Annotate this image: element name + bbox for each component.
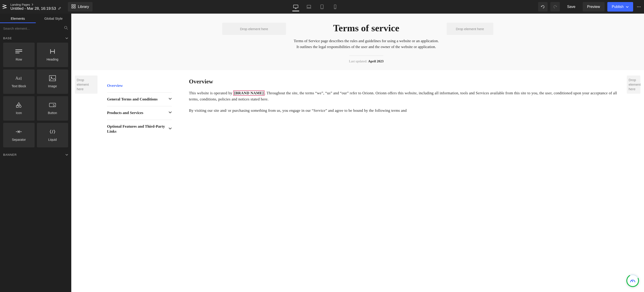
group-banner: BANNER (0, 150, 71, 159)
toc-products-services[interactable]: Products and Services (107, 106, 172, 120)
chevron-down-icon (66, 37, 68, 40)
device-desktop[interactable] (293, 0, 299, 14)
search-wrap (0, 23, 71, 34)
svg-rect-5 (307, 5, 311, 8)
device-mobile[interactable] (332, 0, 338, 14)
element-heading-label: Heading (46, 58, 58, 61)
hero-divider (350, 56, 383, 56)
element-liquid[interactable]: Liquid (37, 123, 68, 147)
element-text-block[interactable]: Aa Text Block (3, 69, 34, 94)
preview-label: Preview (587, 5, 600, 9)
publish-label: Publish (612, 5, 624, 9)
element-text-block-label: Text Block (12, 84, 26, 88)
library-label: Library (78, 5, 89, 9)
svg-rect-15 (16, 51, 22, 52)
drop-zone-top-right[interactable]: Drop element here (447, 23, 493, 35)
publish-button[interactable]: Publish (607, 2, 633, 12)
drop-word: here (77, 87, 96, 91)
device-tablet[interactable] (319, 0, 325, 14)
tab-global-style[interactable]: Global Style (36, 14, 72, 23)
preview-button[interactable]: Preview (583, 2, 605, 12)
page-title: Untitled - Mar 28, 16:19:53 (10, 6, 56, 11)
history-controls (538, 2, 560, 12)
search-icon[interactable] (64, 26, 68, 31)
hero: Terms of service Terms of Service page d… (293, 23, 440, 63)
svg-point-19 (51, 77, 52, 78)
hero-title[interactable]: Terms of service (293, 23, 440, 34)
element-image-label: Image (48, 84, 57, 88)
svg-rect-2 (72, 7, 73, 8)
sidebar-tabs: Elements Global Style (0, 14, 71, 23)
performance-gauge[interactable] (626, 274, 639, 287)
save-button[interactable]: Save (562, 2, 580, 12)
tab-elements-label: Elements (11, 17, 25, 20)
toc-label: Optional Features and Third-Party Links (107, 124, 168, 134)
element-button[interactable]: Button (37, 96, 68, 121)
search-input[interactable] (3, 27, 64, 30)
content-heading[interactable]: Overview (189, 78, 617, 85)
redo-button[interactable] (550, 2, 560, 12)
rename-icon[interactable] (58, 6, 61, 11)
element-separator[interactable]: Separator (3, 123, 34, 147)
body-inner: Overview General Terms and Conditions Pr… (102, 75, 622, 138)
element-button-label: Button (48, 111, 57, 115)
drop-label: Drop element here (240, 27, 268, 31)
content-paragraph-2[interactable]: By visiting our site and/ or purchasing … (189, 107, 617, 114)
element-icon[interactable]: Icon (3, 96, 34, 121)
svg-point-21 (19, 105, 21, 107)
group-base: BASE Row Heading Aa Text Block (0, 34, 71, 150)
hero-section: Drop element here Terms of service Terms… (71, 14, 644, 70)
drop-label: Drop element here (456, 27, 484, 31)
svg-rect-18 (49, 75, 56, 81)
drop-word: element (77, 82, 96, 87)
drop-word: here (628, 87, 638, 91)
toc-label: Products and Services (107, 110, 143, 116)
svg-point-10 (637, 6, 638, 7)
breadcrumb-parent[interactable]: Landing Pages (10, 3, 30, 6)
element-separator-label: Separator (12, 138, 26, 141)
undo-button[interactable] (538, 2, 548, 12)
group-banner-header[interactable]: BANNER (3, 150, 68, 159)
brand-name-placeholder[interactable]: [BRAND NAME] (233, 90, 264, 96)
drop-word: element (628, 82, 638, 87)
element-row[interactable]: Row (3, 43, 34, 67)
hero-subtitle[interactable]: Terms of Service page describes the rule… (293, 38, 440, 50)
canvas[interactable]: Drop element here Terms of service Terms… (71, 14, 644, 292)
app-logo[interactable] (0, 0, 9, 14)
library-button[interactable]: Library (68, 2, 92, 12)
chevron-down-icon (168, 126, 172, 132)
breadcrumb: Landing Pages Untitled - Mar 28, 16:19:5… (10, 3, 61, 11)
content-paragraph-1[interactable]: This website is operated by [BRAND NAME]… (189, 90, 617, 102)
device-switcher (92, 0, 538, 14)
drop-word: Drop (628, 78, 638, 82)
toc-optional-features[interactable]: Optional Features and Third-Party Links (107, 120, 172, 138)
more-button[interactable] (636, 2, 642, 12)
group-base-header[interactable]: BASE (3, 34, 68, 43)
workspace: Elements Global Style BASE Row Heading (0, 14, 644, 292)
element-heading[interactable]: Heading (37, 43, 68, 67)
drop-zone-body-left[interactable]: Drop element here (75, 75, 98, 94)
last-updated-label: Last updated: (349, 59, 368, 63)
drop-zone-top-left[interactable]: Drop element here (222, 23, 286, 35)
chevron-down-icon (626, 5, 628, 9)
drop-word: Drop (77, 78, 96, 82)
body-section: Drop element here Overview General Terms… (71, 70, 644, 148)
tab-elements[interactable]: Elements (0, 14, 36, 23)
device-laptop[interactable] (306, 0, 312, 14)
toc-general-terms[interactable]: General Terms and Conditions (107, 93, 172, 106)
save-label: Save (567, 5, 575, 9)
group-banner-title: BANNER (3, 153, 17, 157)
toc-overview[interactable]: Overview (107, 79, 172, 93)
svg-rect-1 (74, 5, 75, 6)
last-updated[interactable]: Last updated: April 2023 (293, 59, 440, 63)
element-icon-label: Icon (16, 111, 22, 115)
topbar: Landing Pages Untitled - Mar 28, 16:19:5… (0, 0, 644, 14)
p1-text-a: This website is operated by (189, 91, 233, 95)
svg-text:Aa: Aa (16, 76, 20, 80)
element-image[interactable]: Image (37, 69, 68, 94)
element-row-label: Row (16, 58, 22, 61)
svg-rect-0 (72, 5, 73, 6)
chevron-right-icon (32, 3, 33, 6)
content[interactable]: Overview This website is operated by [BR… (189, 75, 617, 138)
drop-zone-body-right[interactable]: Drop element here (627, 75, 640, 94)
